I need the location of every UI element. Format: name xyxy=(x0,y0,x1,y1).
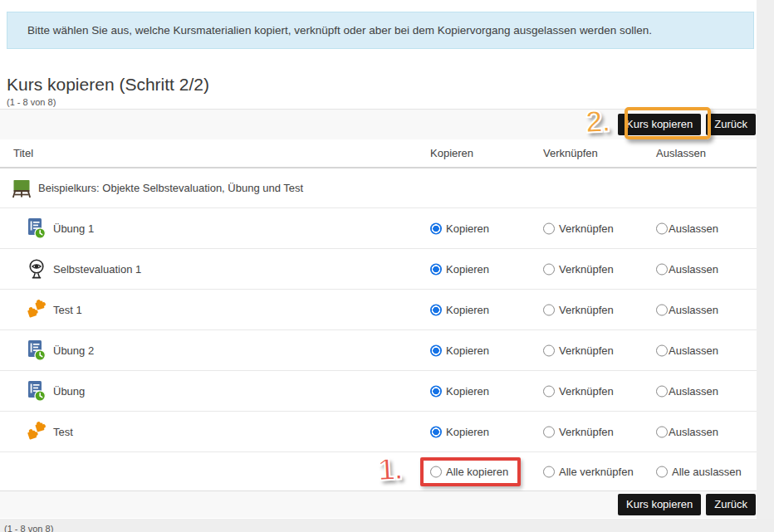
table-row: Übung 2 Kopieren Verknüpfen Auslassen xyxy=(0,330,757,371)
omit-option-label: Auslassen xyxy=(669,304,718,316)
copy-option-label: Kopieren xyxy=(446,426,489,438)
all-omit-radio[interactable] xyxy=(656,466,668,477)
omit-radio[interactable] xyxy=(656,426,668,437)
omit-radio[interactable] xyxy=(656,385,668,397)
omit-option[interactable]: Auslassen xyxy=(656,385,718,398)
test-icon xyxy=(27,299,47,320)
copy-option[interactable]: Kopieren xyxy=(430,222,489,235)
link-radio[interactable] xyxy=(543,385,555,397)
selfevaluation-icon-svg xyxy=(27,258,47,280)
link-radio[interactable] xyxy=(543,304,555,315)
copy-wizard-table: Kurs kopieren Zurück Titel Kopieren Verk… xyxy=(0,109,757,518)
pagination-range-top: (1 - 8 von 8) xyxy=(7,97,56,107)
omit-radio[interactable] xyxy=(656,344,668,356)
copy-course-button-top[interactable]: Kurs kopieren xyxy=(618,114,701,135)
link-radio[interactable] xyxy=(543,263,555,275)
copy-option[interactable]: Kopieren xyxy=(430,344,489,357)
copy-radio[interactable] xyxy=(430,385,442,397)
table-row: Test Kopieren Verknüpfen Auslassen xyxy=(0,412,757,452)
item-title: Übung 2 xyxy=(53,344,94,357)
copy-option-label: Kopieren xyxy=(446,385,489,398)
back-button-top[interactable]: Zurück xyxy=(706,114,756,135)
copy-option-label: Kopieren xyxy=(446,344,489,357)
exercise-icon-svg xyxy=(27,380,47,402)
copy-option[interactable]: Kopieren xyxy=(430,304,489,316)
omit-radio[interactable] xyxy=(656,263,668,275)
link-option[interactable]: Verknüpfen xyxy=(543,344,614,357)
all-omit-option[interactable]: Alle auslassen xyxy=(656,466,742,478)
pagination-range-bottom: (1 - 8 von 8) xyxy=(4,524,53,532)
table-rows: Übung 1 Kopieren Verknüpfen Auslassen Se… xyxy=(0,208,757,452)
copy-course-button-bottom[interactable]: Kurs kopieren xyxy=(618,494,701,515)
page-right-gutter xyxy=(757,0,774,532)
exercise-icon-svg xyxy=(27,339,47,361)
copy-option-label: Kopieren xyxy=(446,263,489,276)
table-header-row: Titel Kopieren Verknüpfen Auslassen xyxy=(0,139,757,168)
link-option-label: Verknüpfen xyxy=(559,344,614,357)
link-option-label: Verknüpfen xyxy=(559,222,614,235)
omit-option-label: Auslassen xyxy=(669,426,718,438)
test-icon-svg xyxy=(27,422,47,442)
copy-option-label: Kopieren xyxy=(446,304,489,316)
copy-radio[interactable] xyxy=(430,344,442,356)
omit-option[interactable]: Auslassen xyxy=(656,344,718,357)
link-option-label: Verknüpfen xyxy=(559,426,614,438)
test-icon-svg xyxy=(27,300,47,320)
omit-option-label: Auslassen xyxy=(669,222,718,235)
link-option[interactable]: Verknüpfen xyxy=(543,304,614,316)
omit-radio[interactable] xyxy=(656,222,668,234)
header-auslassen: Auslassen xyxy=(656,147,706,159)
link-option[interactable]: Verknüpfen xyxy=(543,222,614,235)
link-radio[interactable] xyxy=(543,344,555,356)
link-option-label: Verknüpfen xyxy=(559,304,614,316)
link-option[interactable]: Verknüpfen xyxy=(543,263,614,276)
course-icon xyxy=(12,178,32,199)
omit-option-label: Auslassen xyxy=(669,385,718,398)
copy-option[interactable]: Kopieren xyxy=(430,263,489,276)
omit-option[interactable]: Auslassen xyxy=(656,426,718,438)
back-button-bottom[interactable]: Zurück xyxy=(706,494,756,515)
copy-radio[interactable] xyxy=(430,426,442,437)
all-link-radio[interactable] xyxy=(543,466,555,477)
link-radio[interactable] xyxy=(543,222,555,234)
link-option-label: Verknüpfen xyxy=(559,385,614,398)
copy-radio[interactable] xyxy=(430,304,442,315)
table-row: Übung Kopieren Verknüpfen Auslassen xyxy=(0,371,757,412)
exercise-icon-svg xyxy=(27,217,47,239)
all-copy-option[interactable]: Alle kopieren xyxy=(430,466,508,478)
info-banner: Bitte wählen Sie aus, welche Kursmateria… xyxy=(7,12,754,49)
link-option-label: Verknüpfen xyxy=(559,263,614,276)
copy-radio[interactable] xyxy=(430,222,442,234)
exercise-icon xyxy=(27,217,47,239)
omit-option[interactable]: Auslassen xyxy=(656,222,718,235)
omit-radio[interactable] xyxy=(656,304,668,315)
course-row: Beispielkurs: Objekte Selbstevaluation, … xyxy=(0,168,757,208)
copy-option[interactable]: Kopieren xyxy=(430,385,489,398)
toolbar-bottom: Kurs kopieren Zurück xyxy=(0,491,757,518)
test-icon xyxy=(27,421,47,442)
omit-option[interactable]: Auslassen xyxy=(656,304,718,316)
link-radio[interactable] xyxy=(543,426,555,437)
link-option[interactable]: Verknüpfen xyxy=(543,426,614,438)
page-bottom-gutter xyxy=(0,519,774,532)
copy-radio[interactable] xyxy=(430,263,442,275)
link-option[interactable]: Verknüpfen xyxy=(543,385,614,398)
all-copy-label: Alle kopieren xyxy=(446,466,508,478)
table-row: Test 1 Kopieren Verknüpfen Auslassen xyxy=(0,290,757,330)
copy-option[interactable]: Kopieren xyxy=(430,426,489,438)
selfevaluation-icon xyxy=(27,258,47,280)
omit-option-label: Auslassen xyxy=(669,263,718,276)
item-title: Übung xyxy=(53,385,85,398)
all-copy-radio[interactable] xyxy=(430,466,442,477)
page-title: Kurs kopieren (Schritt 2/2) xyxy=(7,75,209,95)
item-title: Übung 1 xyxy=(53,222,94,235)
all-link-option[interactable]: Alle verknüpfen xyxy=(543,466,634,478)
table-row: Übung 1 Kopieren Verknüpfen Auslassen xyxy=(0,208,757,249)
toolbar-top: Kurs kopieren Zurück xyxy=(0,110,757,139)
item-title: Selbstevaluation 1 xyxy=(53,263,141,276)
omit-option[interactable]: Auslassen xyxy=(656,263,718,276)
select-all-row: Alle kopieren Alle verknüpfen Alle ausla… xyxy=(0,452,757,491)
all-omit-label: Alle auslassen xyxy=(672,466,742,478)
course-title: Beispielkurs: Objekte Selbstevaluation, … xyxy=(38,182,303,194)
omit-option-label: Auslassen xyxy=(669,344,718,357)
